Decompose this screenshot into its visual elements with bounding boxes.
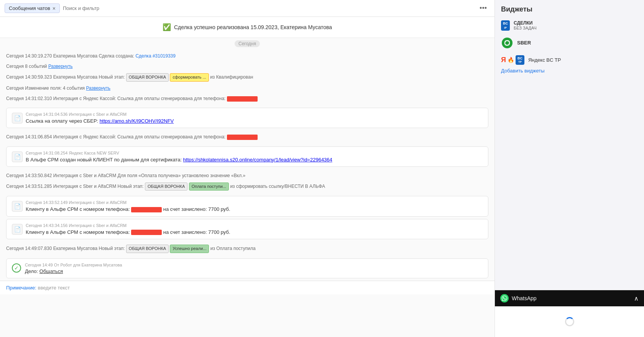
feed-item: Сегодня 14:30:19.270 Екатерина Мусатова … (0, 51, 495, 61)
card-body-suffix: на счет зачислено: 7700 руб. (163, 229, 230, 235)
card-header: Сегодня 14:31:04.536 Интеграция с Sber и… (26, 112, 483, 117)
deal-success-banner: ✅ Сделка успешно реализована 15.09.2023,… (0, 17, 495, 38)
tag-obshaya: ОБЩАЯ ВОРОНКА (126, 73, 169, 82)
feed-item: Сегодня 14:30:59.323 Екатерина Мусатова … (0, 72, 495, 83)
feed-suffix: из Квалифицирован (210, 74, 253, 80)
card-content: Сегодня 14:43:34.156 Интеграция с Sber и… (26, 223, 483, 235)
tab-label: Сообщения чатов (9, 5, 50, 11)
sber-link[interactable]: https://amo.sh/K/I9COHV/I92NFV (100, 118, 174, 124)
tag-obshaya: ОБЩАЯ ВОРОНКА (126, 245, 169, 253)
feed-item: Сегодня 8 событий Развернуть (0, 61, 495, 72)
feed-suffix: из сформировать ссылку/ВНЕСТИ В АЛЬФА (230, 184, 325, 189)
whatsapp-icon (500, 294, 509, 302)
card-body-text: В Альфе СРМ создан новый КЛИЕНТ по данны… (26, 157, 183, 163)
close-tab-button[interactable]: × (53, 6, 56, 11)
feed-container-4: Сегодня 14:49:07.830 Екатерина Мусатова … (0, 242, 495, 256)
widget-bc-small-icon: BC TP (516, 55, 524, 65)
add-widget-link[interactable]: Добавить виджеты (495, 65, 551, 77)
search-input[interactable] (63, 5, 473, 11)
feed-container-2: Сегодня 14:31:06.854 Интеграция с Яндекс… (0, 130, 495, 144)
more-button[interactable]: ••• (476, 3, 490, 14)
card-header: Сегодня 14:31:08.254 Яндекс Касса NEW SE… (26, 151, 483, 155)
feed-text: Сегодня 14:31:06.854 Интеграция с Яндекс… (6, 134, 227, 140)
widget-sber[interactable]: SBER (495, 34, 644, 52)
tag-uspeshno: Успешно реали... (170, 245, 209, 253)
card-body: Клиенту в Альфе СРМ с номером телефона: … (26, 206, 483, 212)
card-item: 📄 Сегодня 14:33:52.149 Интеграция с Sber… (6, 196, 488, 217)
chat-messages-tab[interactable]: Сообщения чатов × (5, 3, 60, 13)
whatsapp-label: WhatsApp (512, 295, 537, 301)
note-label: Примечание: (6, 285, 36, 291)
feed-text: Сегодня Изменение поля: 4 события (6, 85, 86, 91)
note-placeholder[interactable]: введите текст (38, 285, 69, 291)
task-check-icon: ✓ (12, 263, 21, 273)
card-body-text: Клиенту в Альфе СРМ с номером телефона: (26, 229, 131, 235)
deal-success-text: Сделка успешно реализована 15.09.2023, Е… (174, 24, 332, 30)
feed-container-3: Сегодня 14:33:50.842 Интеграция с Sber и… (0, 169, 495, 194)
card-content: Сегодня 14:31:08.254 Яндекс Касса NEW SE… (26, 151, 483, 163)
expand-link[interactable]: Развернуть (48, 64, 73, 69)
card-body: Клиенту в Альфе СРМ с номером телефона: … (26, 229, 483, 235)
deal-link[interactable]: Сделка #31019339 (135, 53, 176, 59)
card-header: Сегодня 14:33:52.149 Интеграция с Sber и… (26, 200, 483, 205)
card-body-text: Ссылка на оплату через СБЕР: (26, 118, 100, 124)
widget-list: BC IP СДЕЛКИ БЕЗ ЗАДАЧ SBER (495, 17, 644, 290)
widget-bc-icon: BC IP (501, 20, 510, 31)
card-icon: 📄 (12, 224, 23, 235)
card-content: Сегодня 14:33:52.149 Интеграция с Sber и… (26, 200, 483, 212)
feed-item: Сегодня 14:49:07.830 Екатерина Мусатова … (0, 243, 495, 255)
whatsapp-widget: WhatsApp ∧ (495, 290, 644, 337)
tag-obshaya: ОБЩАЯ ВОРОНКА (145, 182, 187, 191)
feed-item: Сегодня 14:31:02.310 Интеграция с Яндекс… (0, 94, 495, 104)
widget-sber-label: SBER (517, 40, 531, 46)
feed-text: Сегодня 14:33:50.842 Интеграция с Sber и… (6, 173, 245, 178)
redacted-phone (131, 230, 162, 235)
main-area: Сообщения чатов × ••• ✅ Сделка успешно р… (0, 0, 495, 337)
whatsapp-header[interactable]: WhatsApp ∧ (495, 290, 644, 306)
feed-item: Сегодня Изменение поля: 4 события Развер… (0, 83, 495, 94)
card-content: Сегодня 14:31:04.536 Интеграция с Sber и… (26, 112, 483, 124)
task-link[interactable]: Общаться (39, 268, 63, 274)
date-separator: Сегодня (0, 38, 495, 49)
feed-item: Сегодня 14:33:50.842 Интеграция с Sber и… (0, 171, 495, 181)
tag-oplata: Оплата поступи... (189, 182, 229, 191)
feed-text: Сегодня 8 событий (6, 64, 48, 69)
card-header: Сегодня 14:43:34.156 Интеграция с Sber и… (26, 223, 483, 228)
whatsapp-body (495, 306, 644, 337)
feed-container: Сегодня 14:30:19.270 Екатерина Мусатова … (0, 49, 495, 105)
card-item: 📄 Сегодня 14:43:34.156 Интеграция с Sber… (6, 219, 488, 240)
chevron-up-icon: ∧ (634, 295, 639, 302)
task-content: Сегодня 14:49 От Робот для Екатерина Мус… (25, 263, 122, 274)
feed-item: Сегодня 14:33:51.285 Интеграция с Sber и… (0, 181, 495, 192)
content-area: ✅ Сделка успешно реализована 15.09.2023,… (0, 17, 495, 337)
alfa-link[interactable]: https://shkolatennisa.s20.online/company… (183, 157, 332, 163)
widget-yandex-label: Яндекс BC TP (528, 57, 561, 63)
widget-yandex-icon: Я 🔥 BC TP (501, 55, 524, 65)
card-item: 📄 Сегодня 14:31:08.254 Яндекс Касса NEW … (6, 146, 488, 167)
feed-text: Сегодня 14:33:51.285 Интеграция с Sber и… (6, 184, 145, 189)
task-body: Дело: Общаться (25, 268, 122, 274)
right-sidebar: Виджеты BC IP СДЕЛКИ БЕЗ ЗАДАЧ (495, 0, 644, 337)
card-icon: 📄 (12, 201, 23, 212)
task-header: Сегодня 14:49 От Робот для Екатерина Мус… (25, 263, 122, 267)
card-icon: 📄 (12, 151, 23, 162)
card-body: В Альфе СРМ создан новый КЛИЕНТ по данны… (26, 157, 483, 163)
tag-sformirovat: сформировать ... (170, 73, 209, 82)
expand-link[interactable]: Развернуть (86, 85, 110, 91)
feed-text: Сегодня 14:30:59.323 Екатерина Мусатова … (6, 74, 126, 80)
loading-spinner (565, 317, 574, 326)
card-icon: 📄 (12, 113, 23, 123)
feed-suffix: из Оплата поступила (210, 246, 256, 251)
widget-bc[interactable]: BC IP СДЕЛКИ БЕЗ ЗАДАЧ (495, 17, 644, 34)
feed-text: Сегодня 14:31:02.310 Интеграция с Яндекс… (6, 96, 227, 101)
task-card: ✓ Сегодня 14:49 От Робот для Екатерина М… (6, 258, 488, 278)
card-body-suffix: на счет зачислено: 7700 руб. (163, 206, 230, 212)
svg-point-0 (502, 38, 513, 48)
redacted-phone (131, 207, 162, 212)
top-bar: Сообщения чатов × ••• (0, 0, 495, 17)
whatsapp-header-left: WhatsApp (500, 294, 537, 302)
date-label: Сегодня (235, 40, 260, 47)
sidebar-title: Виджеты (495, 0, 644, 17)
success-icon: ✅ (163, 23, 171, 31)
card-item: 📄 Сегодня 14:31:04.536 Интеграция с Sber… (6, 108, 488, 128)
